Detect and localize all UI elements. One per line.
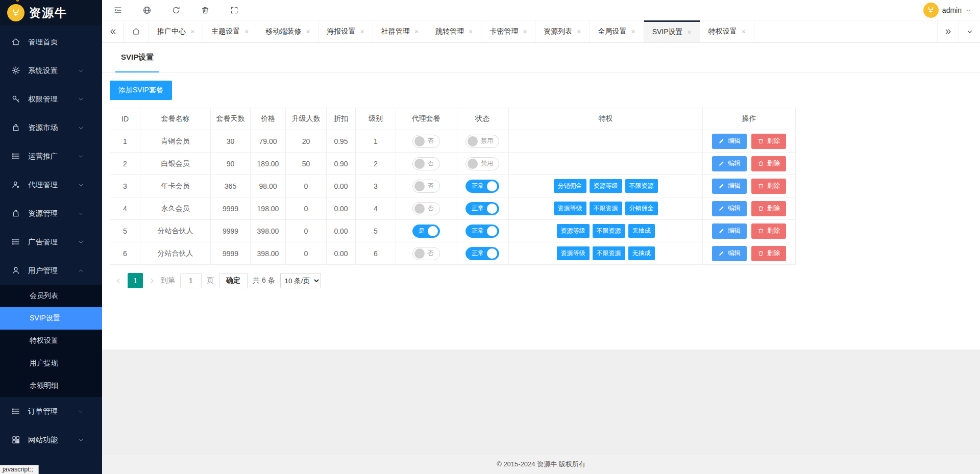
agent-package-toggle[interactable]: 否	[412, 247, 440, 260]
close-icon[interactable]: ×	[631, 28, 635, 35]
tab-svip-settings[interactable]: SVIP设置×	[644, 20, 700, 42]
delete-button[interactable]: 删除	[751, 223, 786, 239]
close-icon[interactable]: ×	[577, 28, 581, 35]
sidebar-item-agent-mgmt[interactable]: 代理管理	[0, 170, 102, 199]
status-toggle[interactable]: 正常	[465, 202, 499, 215]
current-page-button[interactable]: 1	[128, 273, 143, 288]
close-icon[interactable]: ×	[414, 28, 419, 35]
cell-level: 1	[356, 130, 396, 153]
tab-global-settings[interactable]: 全局设置×	[590, 20, 644, 42]
sidebar-subitem-balance-detail[interactable]: 余额明细	[0, 375, 102, 397]
close-icon[interactable]: ×	[523, 28, 527, 35]
tab-redirect-mgmt[interactable]: 跳转管理×	[427, 20, 481, 42]
tab-promo-center[interactable]: 推广中心×	[149, 20, 203, 42]
page-size-select[interactable]: 10 条/页	[280, 273, 321, 288]
trash-small-icon	[757, 160, 764, 167]
close-icon[interactable]: ×	[469, 28, 473, 35]
chevron-down-icon	[78, 239, 84, 245]
edit-button[interactable]: 编辑	[712, 156, 747, 171]
trash-button[interactable]	[201, 6, 210, 15]
trash-small-icon	[757, 250, 764, 257]
edit-button[interactable]: 编辑	[712, 201, 747, 216]
tab-theme-settings[interactable]: 主题设置×	[203, 20, 257, 42]
agent-package-toggle[interactable]: 否	[412, 157, 440, 170]
status-toggle[interactable]: 正常	[465, 247, 499, 260]
caret-down-icon	[965, 7, 972, 14]
list-icon	[11, 152, 20, 161]
close-icon[interactable]: ×	[360, 28, 364, 35]
menu-fold-icon	[113, 6, 122, 15]
sidebar-item-site-features[interactable]: 网站功能	[0, 426, 102, 454]
prev-page-button[interactable]	[115, 277, 122, 285]
edit-button[interactable]: 编辑	[712, 246, 747, 261]
close-icon[interactable]: ×	[742, 28, 746, 35]
sidebar-item-system-settings[interactable]: 系统设置	[0, 56, 102, 85]
bag-icon	[11, 123, 20, 132]
status-toggle[interactable]: 禁用	[465, 157, 499, 170]
logo-coin-dot-icon	[16, 0, 19, 2]
delete-button[interactable]: 删除	[751, 134, 786, 149]
goto-page-input[interactable]	[180, 273, 202, 288]
pencil-icon	[718, 183, 725, 189]
delete-button[interactable]: 删除	[751, 201, 786, 216]
status-toggle[interactable]: 正常	[465, 180, 499, 193]
close-icon[interactable]: ×	[244, 28, 249, 35]
next-page-button[interactable]	[148, 277, 156, 285]
trash-small-icon	[757, 228, 764, 234]
sidebar-item-permission-mgmt[interactable]: 权限管理	[0, 85, 102, 113]
delete-button[interactable]: 删除	[751, 246, 786, 261]
sidebar-item-operation-promo[interactable]: 运营推广	[0, 142, 102, 170]
sidebar-subitem-member-list[interactable]: 会员列表	[0, 285, 102, 307]
delete-button[interactable]: 删除	[751, 179, 786, 194]
tab-resource-list[interactable]: 资源列表×	[535, 20, 590, 42]
status-toggle[interactable]: 禁用	[465, 135, 499, 148]
tab-scroll-left-button[interactable]	[102, 20, 124, 42]
sidebar-subitem-user-withdraw[interactable]: 用户提现	[0, 352, 102, 375]
close-icon[interactable]: ×	[688, 29, 692, 36]
browser-status-bubble: javascript:;	[0, 465, 39, 474]
sidebar-subitem-svip-settings[interactable]: SVIP设置	[0, 307, 102, 330]
cell-upgrade: 0	[286, 175, 327, 197]
status-toggle[interactable]: 正常	[465, 224, 499, 238]
switch-label: 正常	[472, 227, 484, 235]
edit-button[interactable]: 编辑	[712, 223, 747, 239]
cell-agent: 是	[396, 220, 456, 242]
tab-scroll-right-button[interactable]	[937, 20, 959, 42]
svip-table: ID套餐名称套餐天数价格升级人数折扣级别代理套餐状态特权操作1青铜会员3079.…	[110, 108, 796, 265]
brand-bull-icon	[7, 4, 24, 21]
agent-package-toggle[interactable]: 否	[412, 202, 440, 215]
table-row: 1青铜会员3079.00200.951否禁用编辑删除	[110, 130, 796, 153]
cell-privileges: 资源等级不限资源无抽成	[509, 242, 703, 265]
fullscreen-button[interactable]	[230, 6, 239, 15]
tab-privilege-settings[interactable]: 特权设置×	[700, 20, 754, 42]
confirm-page-button[interactable]: 确定	[219, 273, 248, 288]
tab-community-mgmt[interactable]: 社群管理×	[373, 20, 427, 42]
globe-button[interactable]	[142, 6, 152, 15]
close-icon[interactable]: ×	[306, 28, 310, 35]
agent-package-toggle[interactable]: 否	[412, 135, 440, 148]
agent-package-toggle[interactable]: 否	[412, 180, 440, 193]
sidebar-subitem-privilege-settings[interactable]: 特权设置	[0, 330, 102, 352]
sidebar-item-admin-home[interactable]: 管理首页	[0, 28, 102, 56]
sidebar-item-user-mgmt[interactable]: 用户管理	[0, 256, 102, 285]
delete-button[interactable]: 删除	[751, 156, 786, 171]
tab-mobile-decor[interactable]: 移动端装修×	[257, 20, 318, 42]
sidebar-item-order-mgmt[interactable]: 订单管理	[0, 397, 102, 426]
add-svip-button[interactable]: 添加SVIP套餐	[110, 81, 172, 100]
tab-cardkey-mgmt[interactable]: 卡密管理×	[481, 20, 535, 42]
sidebar-item-resource-mgmt[interactable]: 资源管理	[0, 199, 102, 228]
agent-package-toggle[interactable]: 是	[412, 224, 440, 238]
sidebar-item-ad-mgmt[interactable]: 广告管理	[0, 228, 102, 256]
total-count-label: 共 6 条	[253, 276, 275, 285]
tab-poster-settings[interactable]: 海报设置×	[319, 20, 373, 42]
menu-fold-button[interactable]	[113, 6, 122, 15]
edit-button[interactable]: 编辑	[712, 134, 747, 149]
user-menu[interactable]: admin	[923, 3, 972, 18]
tab-operations-button[interactable]	[959, 20, 980, 42]
refresh-button[interactable]	[172, 6, 181, 15]
tab-home[interactable]	[124, 20, 149, 42]
sidebar-item-resource-market[interactable]: 资源市场	[0, 113, 102, 142]
close-icon[interactable]: ×	[190, 28, 194, 35]
edit-button[interactable]: 编辑	[712, 179, 747, 194]
app-logo[interactable]: 资源牛	[0, 0, 102, 26]
